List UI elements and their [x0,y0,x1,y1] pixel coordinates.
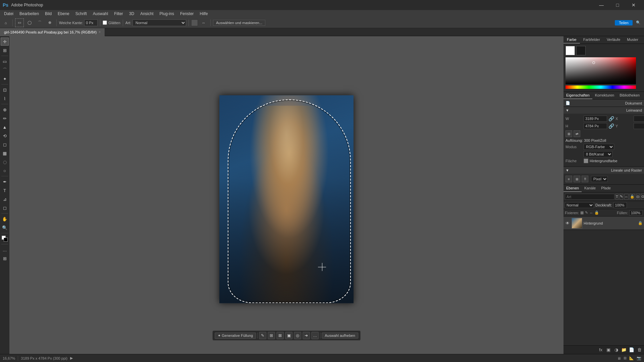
menu-bearbeiten[interactable]: Bearbeiten [17,11,42,17]
tool-lasso[interactable]: ⌒ [35,18,44,27]
color-hue-bar[interactable] [566,85,636,89]
menu-ansicht[interactable]: Ansicht [138,11,156,17]
menu-filter[interactable]: Filter [111,11,126,17]
canvas-area[interactable]: ✦ Generative Füllung ✎ ⊞ ⊠ ▣ ◎ ➜ … Auswa… [9,36,564,354]
minimize-button[interactable]: — [594,0,609,10]
layer-visibility-toggle[interactable]: 👁 [565,221,570,226]
tool-rect-select[interactable]: ▭ [15,18,24,27]
tool-hand-btn[interactable]: ✋ [1,215,9,223]
w-input[interactable] [584,116,607,122]
menu-datei[interactable]: Datei [1,11,16,17]
tool-fg-bg-btn[interactable] [1,235,9,243]
layer-filter-btn4[interactable]: 🔒 [630,194,635,200]
flaeche-swatch[interactable] [584,159,588,163]
menu-plugins[interactable]: Plug-ins [157,11,177,17]
status-arrow[interactable]: ▶ [70,356,73,360]
link-width-height-btn[interactable]: ⊞ [566,130,572,137]
ctx-new-layer-btn[interactable]: ⊞ [268,332,275,339]
leinwand-header[interactable]: ▼ Leinwand [564,107,644,114]
layer-item-background[interactable]: 👁 Hintergrund 🔒 [564,217,644,230]
ruler-dots-btn[interactable]: ⠿ [582,176,588,182]
tool-history-btn[interactable]: ⟲ [1,132,9,140]
glatten-checkbox[interactable] [103,20,107,25]
menu-fenster[interactable]: Fenster [177,11,197,17]
layer-fx-btn[interactable]: fx [597,347,604,353]
tab-farbe[interactable]: Farbe [564,36,580,44]
generative-fuellung-btn[interactable]: ✦ Generative Füllung [215,333,256,339]
tab-pfade[interactable]: Pfade [598,185,613,192]
color-gradient-picker[interactable] [566,57,636,84]
layer-group-btn[interactable]: 📁 [621,347,627,353]
x-input[interactable] [634,116,644,122]
tab-close-button[interactable]: × [99,30,101,34]
layers-search-input[interactable] [565,194,614,200]
tab-verlaeufe[interactable]: Verläufe [603,36,624,44]
fuellen-input[interactable] [629,210,643,216]
tool-magic-btn[interactable]: ✦ [1,75,9,83]
layer-delete-btn[interactable]: 🗑 [636,347,643,353]
tool-heal-btn[interactable]: ⊕ [1,106,9,114]
tool-text-btn[interactable]: T [1,186,9,194]
ctx-arrow-btn[interactable]: ➜ [303,332,310,339]
close-button[interactable]: ✕ [626,0,641,10]
tab-korrekturen[interactable]: Korrekturen [592,92,617,99]
tab-farbfelder[interactable]: Farbfelder [580,36,603,44]
layer-filter-btn5[interactable]: ◎ [636,194,640,200]
tab-ebenen[interactable]: Ebenen [564,185,582,192]
tool-b[interactable]: ↔ [199,18,208,27]
layer-filter-toggle[interactable]: ⊙ [641,194,644,200]
lock-all-btn[interactable]: 🔒 [594,210,599,215]
lock-pixels-btn[interactable]: ▦ [580,210,584,215]
tool-zoom-btn[interactable]: 🔍 [1,224,9,232]
tab-muster[interactable]: Muster [624,36,642,44]
menu-auswahl[interactable]: Auswahl [90,11,111,17]
y-input[interactable] [634,123,644,129]
menu-ebene[interactable]: Ebene [55,11,72,17]
maximize-button[interactable]: □ [610,0,625,10]
tool-dodge-btn[interactable]: ○ [1,167,9,175]
tool-lasso-btn[interactable]: ⌒ [1,66,9,74]
menu-hilfe[interactable]: Hilfe [197,11,211,17]
swap-dimensions-btn[interactable]: ⇄ [574,130,580,137]
tool-blur-btn[interactable]: ◌ [1,158,9,166]
ctx-edit-btn[interactable]: ✎ [259,332,266,339]
layer-adjustment-btn[interactable]: ◑ [613,347,620,353]
menu-schrift[interactable]: Schrift [73,11,90,17]
tool-eyedropper-btn[interactable]: ⌇ [1,95,9,103]
tool-rect-btn[interactable]: ▭ [1,57,9,65]
bit-select[interactable]: 8 Bit/Kanal 16 Bit/Kanal 32 Bit/Kanal [584,151,612,157]
tab-eigenschaften[interactable]: Eigenschaften [564,92,592,99]
search-top-button[interactable]: 🔍 [634,18,643,27]
blend-mode-select[interactable]: Normal Multiplizieren Abdunkeln Aufhelle… [565,202,594,208]
tool-crop-btn[interactable]: ⊡ [1,86,9,94]
tool-a[interactable] [191,19,198,26]
layer-filter-btn3[interactable]: ↔ [624,194,629,200]
tool-stamp-btn[interactable]: ▲ [1,123,9,131]
tool-move[interactable]: ⊕ [45,18,54,27]
share-button[interactable]: Teilen [615,20,633,25]
ruler-unit-select[interactable]: Pixel Zoll cm [591,176,608,182]
deselect-button[interactable]: Auswahl aufheben [322,333,358,339]
art-select[interactable]: Normal Zu Auswahl hinzufügen Von Auswahl… [132,19,186,26]
layer-mask-btn[interactable]: ▣ [605,347,612,353]
dokument-header[interactable]: 📄 Dokument [564,100,644,107]
document-tab[interactable]: girl-1846490 Pexels auf Pixabay.jpg bei … [0,28,105,36]
tool-ellipse-select[interactable]: ◯ [25,18,34,27]
ruler-grid-btn[interactable]: ⊞ [574,176,580,182]
layer-filter-btn2[interactable]: ✎ [620,194,623,200]
ctx-subtract-btn[interactable]: ⊠ [276,332,284,339]
tool-path-btn[interactable]: ⊿ [1,195,9,203]
tab-bibliotheken[interactable]: Bibliotheken [617,92,642,99]
h-input[interactable] [584,123,607,129]
tool-move-btn[interactable]: ✛ [1,38,9,46]
deckkraft-input[interactable] [613,202,627,208]
weiche-kante-input[interactable] [84,19,98,26]
tool-gradient-btn[interactable]: ▦ [1,149,9,157]
lock-draw-btn[interactable]: ✎ [585,210,588,215]
tool-eraser-btn[interactable]: ◻ [1,140,9,148]
foreground-swatch[interactable] [566,46,575,55]
tool-shape-btn[interactable]: ◻ [1,204,9,212]
lock-move-btn[interactable]: ↔ [589,211,593,215]
layer-new-btn[interactable]: 📄 [628,347,635,353]
background-swatch[interactable] [576,46,586,55]
